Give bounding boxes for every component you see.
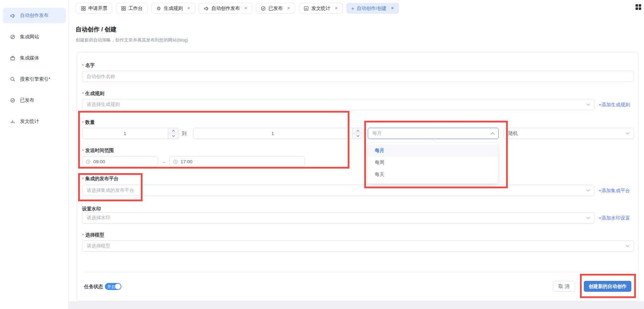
chevron-down-icon [586,217,590,219]
add-platform-link[interactable]: +添加集成平台 [599,188,630,194]
tab-auto-create-publish[interactable]: 自动创作发布 ✕ [199,3,252,14]
tv-icon [10,56,15,61]
name-label: * 名字 [82,62,95,69]
sidebar-item-post-statistics[interactable]: 发文统计 [3,114,66,129]
check-circle-icon [261,6,266,11]
model-placeholder: 请选择模型 [87,243,111,249]
watermark-select[interactable]: 请选择水印 [82,212,594,223]
sidebar-item-label: 已发布 [20,97,34,103]
platform-label: * 集成的发布平台 [82,176,119,182]
time-end-value: 17:00 [181,159,192,164]
close-icon[interactable]: ✕ [287,6,290,11]
gear-icon: ⚙ [156,6,162,11]
sidebar-item-label: 集成网站 [20,34,39,40]
tab-apply-invoice[interactable]: 申请开票 [76,3,112,14]
close-icon[interactable]: ✕ [391,6,394,11]
clock-icon [173,159,178,164]
sidebar: 自动创作发布 集成网站 集成媒体 搜索引擎索引* 已发布 [0,0,69,309]
tab-label: 自动创作/创建 [357,5,387,12]
frequency-option-daily[interactable]: 每天 [368,169,498,181]
grid-icon [81,6,86,11]
rule-label: * 生成规则 [82,90,104,97]
time-end-input[interactable]: 17:00 [169,156,305,167]
sidebar-item-integrated-websites[interactable]: 集成网站 [3,29,66,45]
frequency-value: 每月 [372,130,382,137]
frequency-dropdown: 每月 每周 每天 [367,142,498,184]
tab-generation-rules[interactable]: ⚙ 生成规则 ✕ [151,3,195,14]
watermark-label: 设置水印 [82,206,101,212]
step-up-icon[interactable] [353,128,363,133]
tab-label: 发文统计 [311,5,330,12]
frequency-option-weekly[interactable]: 每周 [368,157,498,169]
tab-label: 生成规则 [164,5,183,12]
create-auto-creation-button[interactable]: 创建新的自动创作 [584,281,631,292]
tab-bar: 申请开票 工作台 ⚙ 生成规则 ✕ 自动创作发布 ✕ 已发布 ✕ [76,3,399,14]
page-title: 自动创作 / 创建 [76,25,116,33]
search-icon [10,77,15,82]
tab-post-statistics[interactable]: 发文统计 ✕ [299,3,343,14]
chevron-down-icon [586,189,590,191]
chevron-down-icon [586,103,590,106]
task-status-label: 任务状态 [84,284,103,290]
time-range-label: * 发送时间范围 [82,147,114,154]
step-down-icon[interactable] [168,133,179,139]
tab-label: 工作台 [128,5,143,12]
sidebar-item-search-engine-index[interactable]: 搜索引擎索引* [3,71,66,87]
toggle-knob [115,284,121,289]
quantity-to-stepper [352,128,363,139]
to-label: 到 [182,131,187,137]
frequency-option-monthly[interactable]: 每月 [368,145,498,157]
form-card: * 名字 * 生成规则 请选择生成规则 +添加生成规则 * 数量 [77,52,639,301]
rule-select[interactable]: 请选择生成规则 [82,99,594,110]
quantity-label: * 数量 [82,119,95,126]
bar-chart-icon [304,6,309,11]
toggle-on-text: 开启 [107,284,115,290]
tab-workbench[interactable]: 工作台 [116,3,148,14]
step-up-icon[interactable] [168,128,179,133]
add-watermark-link[interactable]: +添加水印设置 [599,215,630,221]
tab-auto-create-new[interactable]: + 自动创作/创建 ✕ [346,3,399,14]
step-down-icon[interactable] [353,133,363,139]
page-subtitle: 创建新的自动策略，创作文章并将其发布到您的网站(blog) [76,37,188,43]
sidebar-item-label: 集成媒体 [20,55,39,61]
add-rule-link[interactable]: +添加生成规则 [599,102,630,108]
task-status-toggle[interactable]: 开启 [105,283,121,290]
frequency-select[interactable]: 每月 [368,128,499,139]
random-value: 随机 [508,130,518,137]
app-window: 自动创作发布 集成网站 集成媒体 搜索引擎索引* 已发布 [0,0,644,309]
close-icon[interactable]: ✕ [335,6,338,11]
name-input[interactable] [82,71,633,82]
link-icon [10,34,15,40]
page-background-strip [69,301,644,309]
model-select[interactable]: 请选择模型 [82,240,634,252]
quantity-to-wrap [193,128,364,139]
platform-select[interactable]: 请选择集成的发布平台 [82,185,594,196]
time-start-input[interactable]: 09:00 [82,156,158,167]
tab-label: 自动创作发布 [211,5,240,12]
random-select[interactable]: 随机 [504,128,634,139]
cancel-button[interactable]: 取 消 [553,281,575,292]
megaphone-icon [10,13,15,18]
required-mark: * [82,176,84,182]
close-icon[interactable]: ✕ [187,6,190,11]
bar-chart-icon [10,119,15,124]
sidebar-item-integrated-media[interactable]: 集成媒体 [3,50,66,66]
quantity-to-input[interactable] [194,128,352,139]
apps-grid-icon[interactable] [636,4,641,10]
check-circle-icon [10,98,15,103]
tab-published[interactable]: 已发布 ✕ [256,3,295,14]
quantity-from-input[interactable] [82,128,168,139]
tab-label: 已发布 [269,5,283,12]
quantity-from-wrap [82,128,179,139]
quantity-from-stepper [168,128,179,139]
tab-label: 申请开票 [88,5,107,12]
sidebar-item-label: 发文统计 [20,118,39,125]
sidebar-item-label: 搜索引擎索引* [20,76,50,82]
required-mark: * [82,233,84,238]
sidebar-item-auto-create-publish[interactable]: 自动创作发布 [3,8,66,23]
watermark-placeholder: 请选择水印 [87,215,111,221]
footer-divider [84,272,632,272]
sidebar-item-published[interactable]: 已发布 [3,93,66,108]
close-icon[interactable]: ✕ [244,6,247,11]
time-start-value: 09:00 [93,159,105,164]
